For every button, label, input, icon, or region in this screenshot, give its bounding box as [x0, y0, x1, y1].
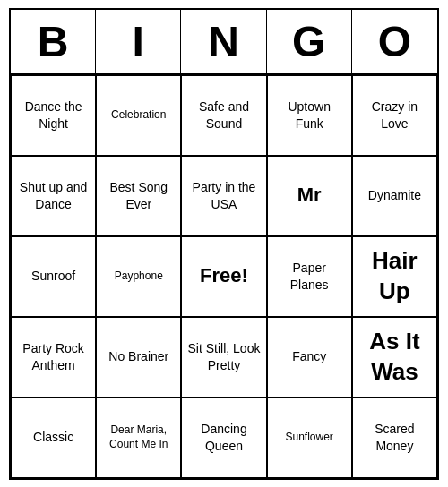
bingo-header: BINGO [11, 10, 437, 75]
bingo-cell: Party Rock Anthem [11, 317, 96, 397]
bingo-cell: Uptown Funk [267, 75, 352, 156]
header-letter: I [96, 10, 181, 73]
bingo-cell: As It Was [352, 317, 437, 397]
bingo-cell: Dynamite [352, 156, 437, 236]
bingo-cell: Sunflower [267, 397, 352, 478]
bingo-cell: Paper Planes [267, 236, 352, 317]
bingo-cell: Mr [267, 156, 352, 236]
bingo-cell: Classic [11, 397, 96, 478]
bingo-cell: Hair Up [352, 236, 437, 317]
bingo-cell: Free! [181, 236, 266, 317]
bingo-cell: Dancing Queen [181, 397, 266, 478]
header-letter: B [11, 10, 96, 73]
bingo-cell: Dance the Night [11, 75, 96, 156]
bingo-cell: Dear Maria, Count Me In [96, 397, 181, 478]
bingo-cell: Sunroof [11, 236, 96, 317]
bingo-card: BINGO Dance the NightCelebrationSafe and… [9, 8, 439, 480]
bingo-cell: Payphone [96, 236, 181, 317]
bingo-cell: Best Song Ever [96, 156, 181, 236]
bingo-cell: Crazy in Love [352, 75, 437, 156]
bingo-cell: Scared Money [352, 397, 437, 478]
bingo-cell: Sit Still, Look Pretty [181, 317, 266, 397]
bingo-cell: Party in the USA [181, 156, 266, 236]
bingo-cell: No Brainer [96, 317, 181, 397]
header-letter: G [267, 10, 352, 73]
header-letter: N [181, 10, 266, 73]
bingo-cell: Shut up and Dance [11, 156, 96, 236]
bingo-cell: Fancy [267, 317, 352, 397]
header-letter: O [352, 10, 437, 73]
bingo-cell: Safe and Sound [181, 75, 266, 156]
bingo-grid: Dance the NightCelebrationSafe and Sound… [11, 75, 437, 478]
bingo-cell: Celebration [96, 75, 181, 156]
